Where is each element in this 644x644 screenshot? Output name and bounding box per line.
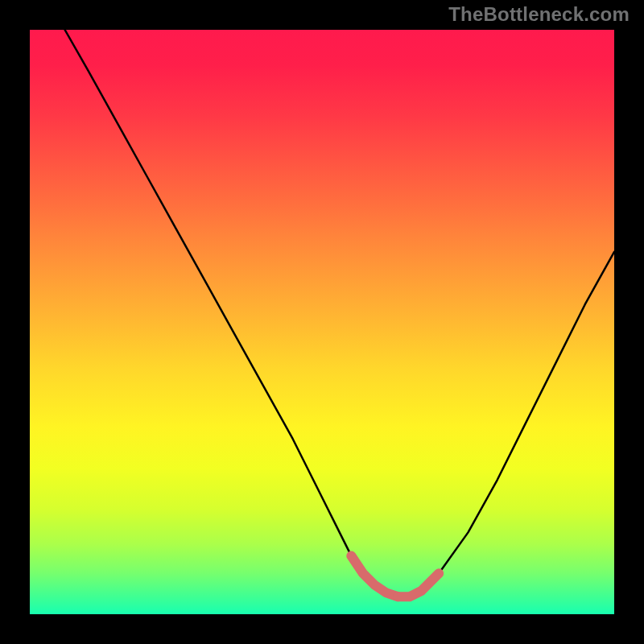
watermark-text: TheBottleneck.com [448,3,630,26]
chart-container: TheBottleneck.com [0,0,644,644]
bottleneck-curve [30,30,614,614]
plot-area [30,30,614,614]
